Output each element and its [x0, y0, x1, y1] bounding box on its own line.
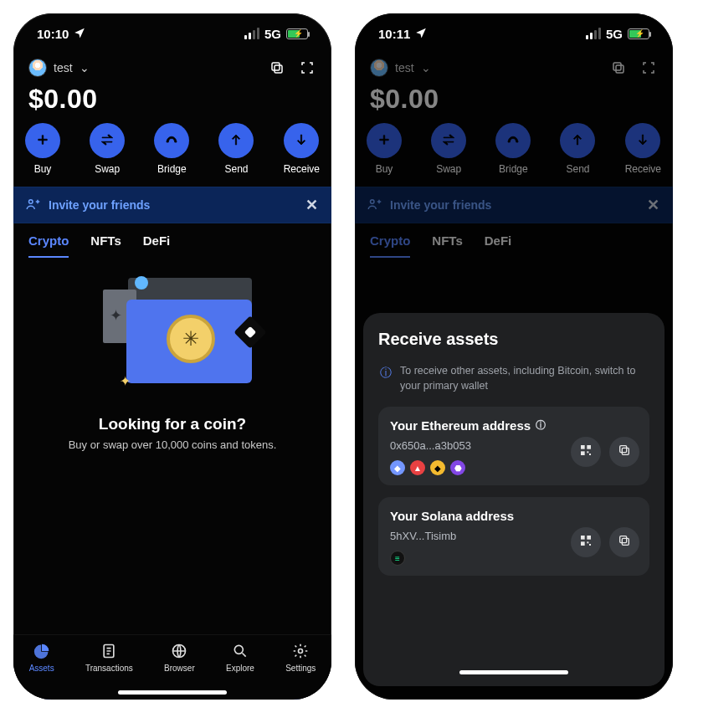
close-icon[interactable]: ✕ [305, 196, 318, 214]
wallet-illustration: ✳ ✦✦ [68, 274, 277, 400]
swap-button[interactable]: Swap [90, 123, 125, 175]
action-label: Send [224, 163, 248, 175]
invite-label: Invite your friends [49, 198, 150, 212]
tabbar-assets[interactable]: Assets [29, 642, 54, 673]
swap-button[interactable]: Swap [431, 123, 466, 175]
tabbar-browser[interactable]: Browser [164, 642, 195, 673]
action-label: Buy [34, 163, 52, 175]
tabbar-explore[interactable]: Explore [226, 642, 254, 673]
balance-amount: $0.00 [13, 79, 331, 123]
copy-icon[interactable] [268, 59, 286, 77]
bnb-icon: ◆ [430, 460, 445, 475]
tabbar-transactions[interactable]: Transactions [85, 642, 133, 673]
bridge-icon [164, 132, 179, 150]
svg-rect-23 [620, 536, 627, 543]
tab-defi[interactable]: DeFi [143, 233, 171, 258]
bridge-button[interactable]: Bridge [495, 123, 531, 175]
send-button[interactable]: Send [560, 123, 595, 175]
bridge-button[interactable]: Bridge [154, 123, 189, 175]
action-label: Bridge [499, 163, 528, 175]
receive-button[interactable]: Receive [625, 123, 661, 175]
info-icon[interactable]: ⓘ [536, 418, 546, 433]
network-label: 5G [264, 27, 281, 41]
action-row: Buy Swap Bridge Send Receive [13, 123, 331, 183]
phone-assets-screen: 10:10 5G ⚡ test ⌄ [13, 13, 331, 700]
status-time: 10:10 [37, 27, 69, 41]
pie-icon [33, 642, 51, 660]
status-time: 10:11 [378, 27, 410, 41]
svg-rect-11 [587, 445, 591, 449]
receipt-icon [100, 642, 118, 660]
qr-button[interactable] [571, 437, 601, 467]
phone-receive-screen: 10:11 5G ⚡ test ⌄ $0.00 Buy Swap [355, 13, 673, 700]
action-label: Swap [436, 163, 461, 175]
svg-rect-20 [587, 541, 588, 543]
battery-icon: ⚡ [286, 28, 308, 39]
account-name: test [54, 61, 73, 74]
copy-icon [618, 534, 631, 551]
eth-address-card[interactable]: Your Ethereum address ⓘ 0x650a...a3b053 … [378, 407, 649, 485]
tab-nfts[interactable]: NFTs [432, 233, 462, 258]
home-indicator[interactable] [459, 670, 568, 674]
svg-rect-15 [622, 448, 629, 454]
account-switcher[interactable]: test ⌄ [370, 59, 431, 77]
svg-point-6 [299, 649, 303, 654]
wallet-header: test ⌄ [13, 54, 331, 79]
sol-address-card[interactable]: Your Solana address 5hXV...Tisimb ≡ [378, 497, 649, 576]
eth-card-title: Your Ethereum address [390, 418, 531, 433]
receive-button[interactable]: Receive [284, 123, 320, 175]
network-label: 5G [606, 27, 623, 41]
buy-button[interactable]: Buy [367, 123, 402, 175]
scan-icon[interactable] [639, 59, 658, 77]
account-name: test [395, 61, 414, 74]
asset-tabs: Crypto NFTs DeFi [355, 223, 673, 258]
invite-banner[interactable]: Invite your friends ✕ [355, 187, 673, 223]
svg-rect-7 [616, 65, 623, 73]
copy-address-button[interactable] [609, 437, 639, 467]
scan-icon[interactable] [298, 59, 316, 77]
avatar [28, 59, 47, 77]
avalanche-icon: ▲ [410, 460, 425, 475]
swap-icon [100, 132, 115, 150]
tabbar-label: Browser [164, 664, 195, 673]
svg-rect-12 [581, 451, 585, 455]
empty-subtitle: Buy or swap over 10,000 coins and tokens… [69, 438, 277, 451]
action-label: Receive [625, 163, 661, 175]
account-switcher[interactable]: test ⌄ [28, 59, 90, 77]
empty-state: ✳ ✦✦ Looking for a coin? Buy or swap ove… [13, 258, 331, 639]
action-label: Bridge [157, 163, 187, 175]
tab-nfts[interactable]: NFTs [90, 233, 121, 258]
send-button[interactable]: Send [218, 123, 254, 175]
battery-icon: ⚡ [628, 28, 649, 39]
action-label: Receive [284, 163, 320, 175]
tabbar-label: Assets [29, 664, 54, 673]
invite-banner[interactable]: Invite your friends ✕ [13, 187, 331, 223]
svg-point-5 [234, 645, 243, 654]
svg-rect-16 [620, 446, 627, 453]
empty-title: Looking for a coin? [99, 415, 246, 433]
copy-address-button[interactable] [609, 527, 639, 557]
chevron-down-icon: ⌄ [421, 61, 431, 74]
ethereum-icon: ◆ [390, 460, 405, 475]
tabbar-label: Settings [285, 664, 316, 673]
solana-icon: ≡ [390, 551, 405, 566]
sheet-info-text: To receive other assets, including Bitco… [400, 364, 648, 393]
buy-button[interactable]: Buy [25, 123, 60, 175]
bridge-icon [505, 132, 521, 150]
copy-icon[interactable] [609, 59, 628, 77]
home-indicator[interactable] [118, 690, 227, 695]
svg-rect-0 [275, 65, 282, 73]
tabbar-label: Transactions [85, 664, 133, 673]
gear-icon [291, 642, 310, 660]
tab-crypto[interactable]: Crypto [28, 233, 69, 258]
svg-rect-22 [622, 538, 629, 545]
tab-crypto[interactable]: Crypto [370, 233, 410, 258]
location-icon [415, 27, 427, 41]
close-icon[interactable]: ✕ [647, 196, 659, 214]
arrow-down-icon [636, 133, 649, 149]
globe-icon [170, 642, 188, 660]
tabbar-settings[interactable]: Settings [285, 642, 316, 673]
qr-button[interactable] [571, 527, 601, 557]
svg-point-2 [29, 199, 33, 203]
tab-defi[interactable]: DeFi [485, 233, 512, 258]
